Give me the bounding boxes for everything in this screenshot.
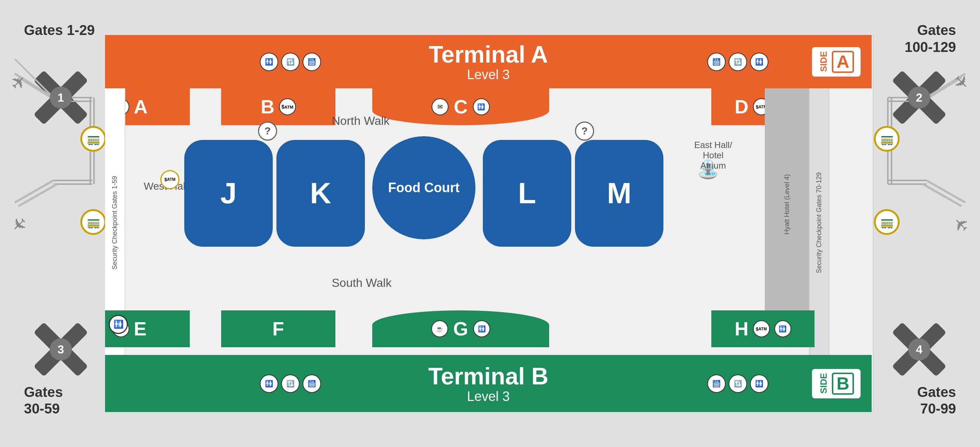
- concourse-k-letter: K: [310, 176, 331, 210]
- info-icon-2: ?: [575, 122, 594, 141]
- concourse-k: K: [277, 140, 365, 247]
- middle-atm-icon: $ATM: [160, 170, 180, 189]
- svg-line-17: [18, 184, 57, 206]
- terminal-b-elevator-icon-right: 🛗: [707, 374, 726, 393]
- gate-section-b: B $ATM: [221, 88, 336, 125]
- corner-2-number: 2: [908, 87, 930, 109]
- gate-e-letter: E: [134, 318, 147, 340]
- side-a-badge: SIDE A: [812, 47, 861, 76]
- terminal-b-restroom-icon-left: 🚻: [260, 374, 278, 393]
- south-walk-label: South Walk: [332, 276, 391, 290]
- gate-f-letter: F: [272, 318, 284, 340]
- terminal-b-title: Terminal B Level 3: [428, 363, 549, 404]
- airplane-icon-3: ✈: [6, 211, 32, 238]
- tram-station-left-top: 🚃: [80, 126, 106, 152]
- corner-2-cross: 2: [888, 66, 950, 129]
- gate-c-letter: C: [454, 96, 468, 118]
- concourse-j: J: [184, 140, 273, 247]
- concourse-m: M: [575, 140, 663, 247]
- corner-1-cross: 1: [30, 66, 92, 129]
- corner-3-cross: 3: [30, 318, 92, 381]
- terminal-a-bar: 🚻 🔃 🛗 Terminal A Level 3 🛗 🔃 🚻 SIDE A: [105, 35, 872, 88]
- corner-4-number: 4: [908, 338, 930, 360]
- side-a-letter: A: [832, 51, 854, 73]
- terminal-a-elevator-icon-right: 🛗: [707, 53, 726, 71]
- gate-c-restroom-icon: 🚻: [473, 98, 490, 115]
- airplane-icon-2: ✈: [948, 70, 974, 96]
- hyatt-hotel-label: Hyatt Hotel (Level 4): [783, 174, 791, 235]
- concourse-j-letter: J: [220, 176, 237, 210]
- tram-station-left-bottom: 🚃: [80, 209, 106, 235]
- terminal-a-title: Terminal A Level 3: [429, 41, 548, 82]
- security-checkpoint-right-label: Security Checkpoint Gates 70-129: [815, 172, 824, 273]
- terminal-b-escalator-icon-right: 🔃: [729, 374, 747, 393]
- terminal-a-escalator-icon-right: 🔃: [729, 53, 747, 71]
- corner-3-number: 3: [50, 338, 72, 360]
- airplane-icon-4: ✈: [948, 211, 974, 238]
- gate-b-letter: B: [261, 96, 275, 118]
- terminal-b-escalator-icon-left: 🔃: [281, 374, 300, 393]
- north-walk-label: North Walk: [332, 114, 390, 128]
- svg-line-16: [15, 181, 53, 203]
- terminal-a-elevator-icon-left: 🛗: [302, 53, 321, 71]
- gate-g-coffee-icon: ☕: [431, 320, 448, 337]
- terminal-b-restroom-icon-right: 🚻: [750, 374, 768, 393]
- gate-section-h: H $ATM 🚻: [711, 311, 815, 347]
- gate-section-c: ✉ C 🚻: [372, 88, 549, 125]
- gate-g-letter: G: [453, 318, 468, 340]
- gates-70-99-label: Gates70-99: [917, 384, 956, 418]
- east-hall-label: East Hall/Hotel Atrium: [689, 140, 737, 171]
- corner-4-cross: 4: [888, 318, 950, 381]
- side-b-badge: SIDE B: [812, 369, 861, 398]
- gate-h-restroom-icon: 🚻: [774, 320, 791, 337]
- concourse-l: L: [483, 140, 571, 247]
- gate-d-letter: D: [735, 96, 749, 118]
- gates-100-129-label: Gates100-129: [905, 22, 956, 55]
- hyatt-hotel-area: Hyatt Hotel (Level 4): [765, 88, 809, 320]
- terminal-a-escalator-icon-left: 🔃: [281, 53, 300, 71]
- concourse-l-letter: L: [518, 176, 536, 210]
- gate-a-letter: A: [134, 96, 148, 118]
- svg-line-28: [927, 181, 965, 203]
- gate-c-mail-icon: ✉: [431, 98, 449, 115]
- concourse-m-letter: M: [607, 176, 632, 210]
- terminal-b-restroom-left: 🚻: [109, 315, 128, 334]
- corner-1-number: 1: [50, 87, 72, 109]
- tram-station-right-top: 🚃: [874, 126, 900, 152]
- gate-b-atm-icon: $ATM: [279, 98, 296, 115]
- food-court-area: Food Court: [372, 136, 476, 239]
- terminal-b-bar: 🚻 🔃 🛗 Terminal B Level 3 🛗 🔃 🚻 SIDE B: [105, 355, 872, 412]
- tram-station-right-bottom: 🚃: [874, 209, 900, 235]
- gate-g-restroom-icon: 🚻: [473, 320, 490, 337]
- terminal-b-elevator-icon-left: 🛗: [302, 374, 321, 393]
- gate-section-g: ☕ G 🚻: [372, 311, 549, 347]
- gate-section-f: F: [221, 311, 336, 347]
- gate-h-letter: H: [735, 318, 749, 340]
- info-icon-1: ?: [258, 122, 277, 141]
- food-court-label: Food Court: [388, 180, 460, 195]
- airport-map: Gates 1-29 Gates100-129 Gates30-59 Gates…: [0, 0, 980, 447]
- svg-line-29: [923, 184, 962, 206]
- gates-1-29-label: Gates 1-29: [24, 22, 95, 39]
- security-checkpoint-left-label: Security Checkpoint Gates 1-59: [110, 176, 119, 269]
- gates-30-59-label: Gates30-59: [24, 384, 63, 418]
- gate-h-atm-icon: $ATM: [753, 320, 770, 337]
- airplane-icon-1: ✈: [6, 70, 32, 96]
- terminal-a-restroom-icon-left: 🚻: [260, 53, 278, 71]
- terminal-a-restroom-icon-right: 🚻: [750, 53, 768, 71]
- side-b-letter: B: [832, 372, 854, 395]
